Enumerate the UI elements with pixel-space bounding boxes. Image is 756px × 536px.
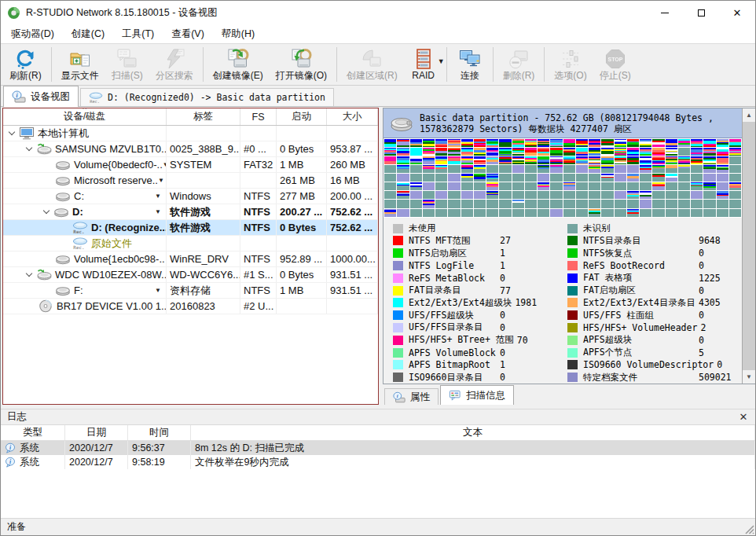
legend-item: HFS/HFS+ VolumeHeader2 [567, 321, 742, 334]
close-icon: ✕ [733, 8, 742, 18]
view-tab-1[interactable]: Rec.D: (Recognized0) -> Basic data parti… [80, 88, 334, 106]
tree-header-1[interactable]: 标签 [167, 108, 240, 125]
open-image-button[interactable]: 打开镜像(O) [270, 45, 333, 84]
expander-icon[interactable] [9, 129, 15, 135]
legend-swatch [567, 310, 578, 320]
tree-row-volumelabel [167, 126, 240, 141]
scan-info-icon [449, 390, 461, 402]
tree-row-boot: 0 Bytes [277, 267, 327, 282]
tree-row[interactable]: Rec.原始文件 [3, 236, 378, 251]
legend-swatch [393, 274, 403, 283]
tree-row[interactable]: F:▼资料存储NTFS1 MB931.51 ... [3, 283, 378, 299]
chevron-down-icon[interactable]: ▼ [155, 287, 163, 294]
legend-count: 1 [497, 260, 505, 271]
tree-row-volumelabel: 20160823 [167, 299, 240, 314]
minimize-button[interactable] [647, 1, 683, 24]
legend-swatch [567, 323, 578, 332]
create-image-button[interactable]: 创建镜像(E) [207, 45, 270, 84]
log-header-3[interactable]: 文本 [191, 425, 755, 440]
tree-row-boot: 261 MB [277, 173, 327, 188]
close-button[interactable]: ✕ [719, 1, 755, 24]
log-header-0[interactable]: 类型 [1, 425, 65, 440]
tree-row-volumelabel: 0025_388B_9... [167, 141, 240, 156]
legend-count: 0 [497, 273, 505, 284]
tree-row-name-cell: C:▼ [3, 189, 167, 204]
expander-icon[interactable] [26, 145, 32, 151]
maximize-button[interactable] [683, 1, 719, 24]
connect-button[interactable]: 连接 [450, 45, 490, 84]
raid-button[interactable]: ▼RAID [404, 45, 443, 84]
log-time-cell: 9:56:37 [128, 441, 191, 455]
menu-item-4[interactable]: 帮助(H) [213, 25, 263, 43]
app-icon [7, 6, 20, 20]
expander-icon[interactable] [26, 270, 32, 277]
tree-row[interactable]: Volume{0bedecf0-..▼SYSTEMFAT321 MB260 MB [3, 157, 378, 173]
tree-header-3[interactable]: 启动 [277, 108, 327, 125]
tree-row[interactable]: Rec.D: (Recognize...软件游戏NTFS0 Bytes752.6… [3, 220, 378, 236]
refresh-button[interactable]: 刷新(R) [3, 45, 48, 84]
tree-row-fs: #0 ... [240, 141, 277, 156]
scan-tab-1[interactable]: 扫描信息 [440, 385, 514, 405]
log-header-2[interactable]: 时间 [128, 425, 191, 440]
tree-row-volumelabel: 软件游戏 [167, 220, 240, 235]
tree-row[interactable]: WDC WD10EZEX-08W...WD-WCC6Y6...#1 S...0 … [3, 267, 378, 283]
tree-row-fs: #2 U... [240, 299, 277, 314]
menu-item-0[interactable]: 驱动器(D) [2, 25, 63, 43]
legend-count: 0 [695, 310, 704, 321]
tree-row[interactable]: 本地计算机 [3, 126, 378, 141]
title-bar: R-STUDIO Network 8.15.180015 - 设备视图 ✕ [1, 1, 755, 24]
tree-row-fs: NTFS [240, 283, 277, 298]
log-row[interactable]: i系统2020/12/79:56:378m 12s 的 D: 扫描已完成 [1, 441, 755, 455]
tree-rows: 本地计算机SAMSUNG MZVLB1T0...0025_388B_9...#0… [3, 126, 378, 314]
legend-item: APFS超级块0 [567, 334, 742, 347]
tree-row-boot: 952.89 ... [277, 251, 327, 266]
chevron-down-icon[interactable]: ▼ [158, 177, 166, 184]
tree-header-0[interactable]: ^设备/磁盘 [3, 108, 167, 125]
log-title: 日志 [7, 410, 27, 424]
scroll-down-icon[interactable]: ▼ [743, 370, 755, 384]
scan-scrollbar[interactable]: ▲ ▼ [742, 108, 755, 384]
tree-row-volumelabel: WinRE_DRV [167, 251, 240, 266]
view-tab-0[interactable]: i设备视图 [3, 86, 79, 107]
tree-row[interactable]: BR17 DEVICE V1.00 1....20160823#2 U... [3, 299, 378, 314]
chevron-down-icon[interactable]: ▼ [438, 57, 445, 65]
tree-row-size: 953.87 ... [327, 141, 378, 156]
legend-item: ReFS MetaBlock0 [393, 272, 567, 285]
tree-header-4[interactable]: 大小 [327, 108, 378, 125]
partition-search-button: 分区搜索 [149, 45, 200, 84]
chevron-down-icon[interactable]: ▼ [155, 208, 163, 215]
log-type-cell: i系统 [1, 455, 65, 469]
log-type-cell: i系统 [1, 441, 65, 455]
legend-swatch [567, 274, 578, 283]
tree-row-volumelabel: 资料存储 [167, 283, 240, 298]
legend-label: 未识别 [583, 222, 695, 234]
tree-row[interactable]: SAMSUNG MZVLB1T0...0025_388B_9...#0 ...0… [3, 141, 378, 157]
create-region-icon [361, 48, 383, 70]
tree-row-size: 931.51 ... [327, 283, 378, 298]
resize-grip-icon[interactable] [743, 523, 754, 534]
log-header-1[interactable]: 日期 [65, 425, 128, 440]
tree-row[interactable]: D:▼软件游戏NTFS200.27 ...752.62 ... [3, 204, 378, 220]
menu-item-2[interactable]: 工具(T) [113, 25, 163, 43]
scroll-thumb[interactable] [743, 122, 755, 370]
tree-header-2[interactable]: FS [240, 108, 277, 125]
tree-row[interactable]: Volume{1ecb0c98-..▼WinRE_DRVNTFS952.89 .… [3, 251, 378, 267]
menu-item-3[interactable]: 查看(V) [163, 25, 213, 43]
tree-row[interactable]: C:▼WindowsNTFS277 MB200.00 ... [3, 189, 378, 204]
tree-row-name-cell: Volume{0bedecf0-..▼ [3, 157, 167, 172]
chevron-down-icon[interactable]: ▼ [155, 193, 163, 200]
create-image-icon [227, 48, 249, 70]
expander-icon[interactable] [43, 207, 50, 214]
log-row[interactable]: i系统2020/12/79:58:19文件枚举在9秒内完成 [1, 455, 755, 469]
volume-icon [55, 252, 71, 266]
legend-swatch [393, 236, 403, 245]
app-window: R-STUDIO Network 8.15.180015 - 设备视图 ✕ 驱动… [0, 0, 756, 536]
log-close-button[interactable]: ✕ [732, 411, 755, 423]
scan-tab-0[interactable]: i属性 [384, 388, 439, 405]
legend-count: 0 [497, 310, 505, 321]
scroll-up-icon[interactable]: ▲ [743, 108, 755, 122]
svg-text:STOP: STOP [607, 57, 622, 62]
menu-item-1[interactable]: 创建(C) [63, 25, 113, 43]
tree-row[interactable]: Microsoft reserve..▼261 MB16 MB [3, 173, 378, 189]
show-files-button[interactable]: 显示文件 [55, 45, 105, 84]
